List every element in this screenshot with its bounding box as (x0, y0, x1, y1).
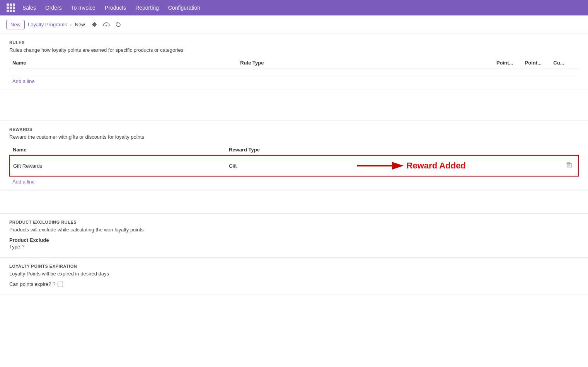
trash-icon (566, 162, 572, 168)
breadcrumb-bar: New Loyalty Programs › New (0, 15, 588, 34)
product-exclude-field: Product Exclude Type ? (9, 237, 579, 250)
can-points-expire-row: Can points expire? ? (9, 281, 579, 287)
nav-reporting[interactable]: Reporting (131, 0, 163, 15)
rewards-section: REWARDS Reward the customer with gifts o… (0, 121, 588, 190)
reward-type-cell: Gift (226, 155, 351, 176)
arrow-container (354, 159, 407, 173)
reward-delete-cell (556, 155, 578, 176)
nav-sales[interactable]: Sales (19, 0, 40, 15)
discard-button[interactable] (114, 21, 123, 29)
product-exclude-label: Product Exclude (9, 237, 579, 243)
delete-reward-button[interactable] (563, 161, 575, 171)
loyalty-expiration-desc: Loyalty Points will be expired in desire… (9, 271, 579, 277)
rules-col-cu: Cu... (550, 58, 579, 68)
can-points-expire-checkbox[interactable] (58, 282, 63, 287)
rewards-add-line[interactable]: Add a line (9, 177, 38, 187)
nav-products[interactable]: Products (101, 0, 130, 15)
new-button[interactable]: New (6, 20, 25, 29)
rules-section-title: RULES (9, 40, 579, 45)
top-navigation: Sales Orders To Invoice Products Reporti… (0, 0, 588, 15)
rewards-col-del (556, 144, 578, 155)
gear-icon (91, 22, 97, 28)
nav-configuration[interactable]: Configuration (164, 0, 204, 15)
breadcrumb-actions (90, 21, 123, 29)
nav-to-invoice[interactable]: To Invoice (67, 0, 99, 15)
reward-annotation: Reward Added (354, 159, 553, 173)
main-content: RULES Rules change how loyalty points ar… (0, 34, 588, 367)
rules-add-line[interactable]: Add a line (9, 76, 38, 87)
rules-col-point2: Point... (522, 58, 551, 68)
rewards-col-name: Name (10, 144, 226, 155)
rules-col-point1: Point... (493, 58, 522, 68)
cloud-save-icon (103, 22, 110, 28)
breadcrumb-separator: › (70, 22, 72, 27)
svg-rect-2 (566, 163, 572, 164)
product-excluding-desc: Products will exclude while calculating … (9, 227, 579, 233)
refresh-icon (115, 22, 121, 28)
nav-orders[interactable]: Orders (41, 0, 66, 15)
rewards-table: Name Reward Type Gift Rewards Gift (9, 144, 579, 177)
rewards-section-desc: Reward the customer with gifts or discou… (9, 134, 579, 140)
grid-icon (7, 3, 15, 12)
rules-table: Name Rule Type Point... Point... Cu... (9, 58, 579, 76)
app-grid-button[interactable] (5, 2, 17, 14)
reward-annotation-cell: Reward Added (351, 155, 556, 176)
rewards-spacer (0, 190, 588, 214)
settings-button[interactable] (90, 21, 99, 29)
loyalty-expiration-title: LOYALTY POINTS EXPIRATION (9, 264, 579, 268)
product-exclude-type: Type ? (9, 244, 579, 250)
rules-spacer (0, 90, 588, 121)
breadcrumb-parent[interactable]: Loyalty Programs (28, 22, 67, 27)
loyalty-expiration-section: LOYALTY POINTS EXPIRATION Loyalty Points… (0, 258, 588, 294)
can-points-expire-label: Can points expire? ? (9, 281, 55, 287)
can-points-expire-help[interactable]: ? (53, 282, 55, 287)
rewards-col-annotation (351, 144, 556, 155)
product-exclude-help[interactable]: ? (22, 244, 24, 250)
rules-col-name: Name (9, 58, 237, 68)
product-excluding-title: PRODUCT EXCLUDING RULES (9, 220, 579, 224)
rules-col-rule-type: Rule Type (237, 58, 493, 68)
rules-section-desc: Rules change how loyalty points are earn… (9, 47, 579, 53)
save-cloud-button[interactable] (101, 21, 111, 29)
rewards-section-title: REWARDS (9, 127, 579, 132)
reward-added-label: Reward Added (407, 161, 466, 171)
arrow-right-icon (357, 159, 404, 173)
rules-empty-row (9, 68, 579, 76)
breadcrumb-current: New (75, 22, 85, 27)
product-excluding-section: PRODUCT EXCLUDING RULES Products will ex… (0, 214, 588, 258)
svg-marker-1 (392, 162, 404, 170)
rules-section: RULES Rules change how loyalty points ar… (0, 34, 588, 90)
rewards-col-type: Reward Type (226, 144, 351, 155)
reward-row[interactable]: Gift Rewards Gift Reward Added (10, 155, 578, 176)
reward-name-cell: Gift Rewards (10, 155, 226, 176)
